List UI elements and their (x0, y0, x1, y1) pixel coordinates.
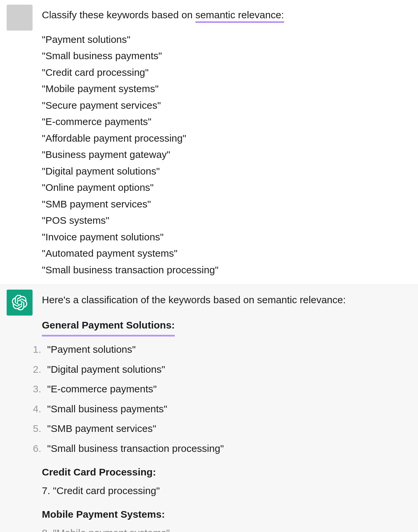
prompt-highlight: semantic relevance: (195, 9, 284, 23)
item-number: 4. (29, 401, 41, 417)
item-text: "Small business payments" (47, 401, 167, 417)
assistant-avatar (7, 290, 33, 316)
keyword-item: "Credit card processing" (42, 64, 411, 81)
item-text: "Mobile payment systems" (53, 527, 169, 532)
openai-logo-icon (12, 295, 28, 311)
user-avatar (7, 5, 33, 31)
list-item: 4."Small business payments" (42, 401, 411, 417)
item-number: 6. (29, 440, 41, 457)
keyword-item: "E-commerce payments" (42, 113, 411, 130)
item-number: 8. (42, 527, 53, 532)
item-number: 2. (29, 361, 41, 378)
list-item: 3."E-commerce payments" (42, 381, 411, 397)
list-item: 6."Small business transaction processing… (42, 440, 411, 457)
item-text: "SMB payment services" (47, 420, 156, 437)
category-heading-1: General Payment Solutions: (42, 317, 175, 337)
keyword-item: "POS systems" (42, 212, 411, 229)
assistant-message-content: Here's a classification of the keywords … (42, 290, 411, 532)
keyword-item: "Online payment options" (42, 179, 411, 196)
keyword-item: "Small business transaction processing" (42, 262, 411, 278)
numbered-list-1: 1."Payment solutions" 2."Digital payment… (42, 341, 411, 457)
keyword-item: "Mobile payment systems" (42, 80, 411, 97)
keyword-item: "SMB payment services" (42, 196, 411, 212)
assistant-intro: Here's a classification of the keywords … (42, 292, 411, 308)
user-message-row: Classify these keywords based on semanti… (0, 0, 418, 285)
user-message-content: Classify these keywords based on semanti… (42, 5, 411, 278)
item-text: "Credit card processing" (53, 485, 159, 496)
list-item: 1."Payment solutions" (42, 341, 411, 358)
list-item: 7. "Credit card processing" (42, 482, 411, 499)
item-text: "Payment solutions" (47, 341, 136, 358)
item-number: 3. (29, 381, 41, 397)
keyword-item: "Small business payments" (42, 48, 411, 64)
list-item: 2."Digital payment solutions" (42, 361, 411, 378)
item-number: 1. (29, 341, 41, 358)
item-text: "E-commerce payments" (47, 381, 157, 397)
item-number: 7. (42, 485, 53, 496)
item-text: "Digital payment solutions" (47, 361, 165, 378)
assistant-message-row: Here's a classification of the keywords … (0, 285, 418, 532)
keyword-item: "Affordable payment processing" (42, 130, 411, 147)
category-3: Mobile Payment Systems: 8. "Mobile payme… (42, 506, 411, 532)
user-keyword-list: "Payment solutions" "Small business paym… (42, 31, 411, 278)
item-text: "Small business transaction processing" (47, 440, 224, 457)
prompt-prefix: Classify these keywords based on (42, 9, 195, 20)
keyword-item: "Business payment gateway" (42, 146, 411, 163)
keyword-item: "Digital payment solutions" (42, 163, 411, 180)
category-heading-3: Mobile Payment Systems: (42, 506, 411, 523)
keyword-item: "Invoice payment solutions" (42, 229, 411, 245)
item-number: 5. (29, 420, 41, 437)
category-1: General Payment Solutions: 1."Payment so… (42, 317, 411, 457)
keyword-item: "Payment solutions" (42, 31, 411, 48)
category-2: Credit Card Processing: 7. "Credit card … (42, 464, 411, 499)
category-heading-2: Credit Card Processing: (42, 464, 411, 480)
keyword-item: "Secure payment services" (42, 97, 411, 114)
user-prompt: Classify these keywords based on semanti… (42, 7, 411, 23)
keyword-item: "Automated payment systems" (42, 245, 411, 262)
list-item: 8. "Mobile payment systems" (42, 525, 411, 532)
list-item: 5."SMB payment services" (42, 420, 411, 437)
